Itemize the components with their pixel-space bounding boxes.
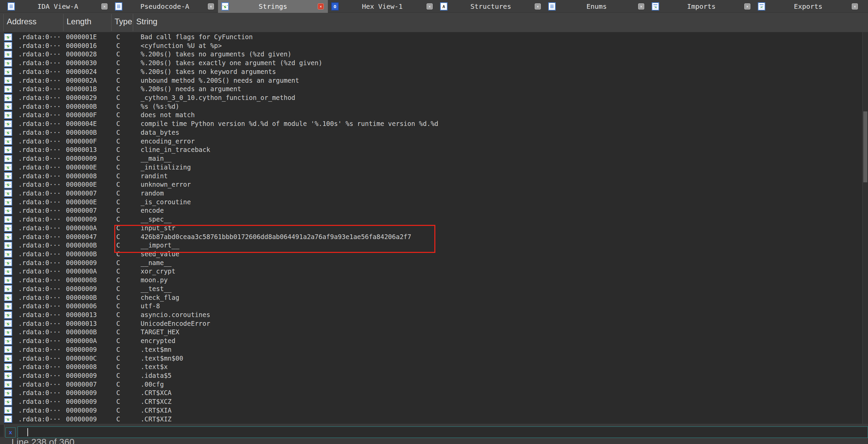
cell-length: 0000000F (66, 111, 97, 120)
tab-close-button[interactable]: × (852, 3, 858, 9)
table-row[interactable]: s.rdata:0···00000029C_cython_3_0_10.cyth… (0, 94, 868, 102)
command-line-input[interactable] (18, 426, 868, 438)
cell-type: C (116, 250, 120, 259)
cell-address: .rdata:0··· (18, 215, 61, 224)
table-row[interactable]: s.rdata:0···00000009C__name__ (0, 259, 868, 267)
tab-close-button[interactable]: × (427, 3, 433, 9)
cell-length: 00000007 (66, 380, 97, 389)
cell-string: _is_coroutine (141, 198, 191, 207)
table-row[interactable]: s.rdata:0···0000000BCseed_value (0, 250, 868, 259)
tab-structures[interactable]: AStructures× (437, 0, 545, 13)
cell-string: seed_value (141, 250, 179, 259)
table-row[interactable]: s.rdata:0···0000000BCcheck_flag (0, 293, 868, 302)
table-row[interactable]: s.rdata:0···0000000CC.text$mn$00 (0, 354, 868, 363)
cell-string: __import__ (141, 241, 179, 250)
string-item-icon: s (4, 216, 12, 223)
cell-string: __test__ (141, 285, 172, 293)
cell-length: 0000000E (66, 198, 97, 207)
column-header-string[interactable]: String (133, 14, 863, 31)
table-row[interactable]: s.rdata:0···0000000FCencoding_error (0, 137, 868, 146)
table-row[interactable]: s.rdata:0···00000008C.text$x (0, 363, 868, 371)
cell-length: 00000009 (66, 154, 97, 163)
tab-close-button[interactable]: × (638, 3, 644, 9)
table-row[interactable]: s.rdata:0···00000016C<cyfunction %U at %… (0, 42, 868, 50)
table-row[interactable]: s.rdata:0···0000000BC%s (%s:%d) (0, 102, 868, 111)
command-bar-notch (0, 425, 4, 437)
table-row[interactable]: s.rdata:0···00000024C%.200s() takes no k… (0, 68, 868, 76)
tab-close-button[interactable]: × (318, 3, 324, 9)
table-row[interactable]: s.rdata:0···00000007C.00cfg (0, 380, 868, 389)
table-row[interactable]: s.rdata:0···0000001BC%.200s() needs an a… (0, 85, 868, 94)
table-row[interactable]: s.rdata:0···00000009C__spec__ (0, 215, 868, 224)
string-item-icon: s (4, 207, 12, 214)
tab-strings[interactable]: sStrings× (218, 0, 328, 13)
tab-ida-view-a[interactable]: IDA View-A× (4, 0, 112, 13)
vertical-scrollbar[interactable] (862, 32, 868, 424)
column-header-address[interactable]: Address (3, 14, 63, 31)
table-row[interactable]: s.rdata:0···0000000BCdata_bytes (0, 128, 868, 137)
table-row[interactable]: s.rdata:0···00000030C%.200s() takes exac… (0, 59, 868, 68)
table-row[interactable]: s.rdata:0···00000007Cencode (0, 206, 868, 215)
cell-string: _initializing (141, 163, 191, 172)
tab-label: Enums (586, 2, 607, 10)
cell-length: 00000007 (66, 206, 97, 215)
cell-string: .00cfg (141, 380, 164, 389)
table-row[interactable]: s.rdata:0···00000009C.CRT$XCZ (0, 397, 868, 406)
table-row[interactable]: s.rdata:0···00000009C.idata$5 (0, 371, 868, 380)
table-row[interactable]: s.rdata:0···00000008Cmoon.py (0, 276, 868, 285)
cell-length: 00000047 (66, 233, 97, 241)
cell-string: asyncio.coroutines (141, 311, 210, 319)
table-row[interactable]: s.rdata:0···00000028C%.200s() takes no a… (0, 50, 868, 59)
column-header-type[interactable]: Type (111, 14, 133, 31)
cell-address: .rdata:0··· (18, 206, 61, 215)
cell-length: 0000000A (66, 267, 97, 276)
table-row[interactable]: s.rdata:0···00000013Casyncio.coroutines (0, 311, 868, 319)
cell-type: C (116, 345, 120, 354)
cell-address: .rdata:0··· (18, 311, 61, 319)
tab-hex-view-1[interactable]: OHex View-1× (328, 0, 437, 13)
cell-address: .rdata:0··· (18, 85, 61, 94)
scrollbar-thumb[interactable] (863, 111, 867, 182)
table-row[interactable]: s.rdata:0···00000047C426b87abd0ceaa3c587… (0, 233, 868, 241)
table-row[interactable]: s.rdata:0···0000004ECcompile time Python… (0, 120, 868, 128)
cell-length: 00000013 (66, 146, 97, 154)
table-row[interactable]: s.rdata:0···0000002ACunbound method %.20… (0, 76, 868, 85)
table-row[interactable]: s.rdata:0···0000000BCTARGET_HEX (0, 328, 868, 337)
table-row[interactable]: s.rdata:0···0000000ACencrypted (0, 337, 868, 345)
table-row[interactable]: s.rdata:0···00000009C.text$mn (0, 345, 868, 354)
table-row[interactable]: s.rdata:0···00000008Crandint (0, 172, 868, 181)
table-row[interactable]: s.rdata:0···00000013Ccline_in_traceback (0, 146, 868, 154)
tab-pseudocode-a[interactable]: Pseudocode-A× (112, 0, 218, 13)
table-row[interactable]: s.rdata:0···00000013CUnicodeEncodeError (0, 319, 868, 328)
tab-close-button[interactable]: × (535, 3, 541, 9)
table-row[interactable]: s.rdata:0···00000007Crandom (0, 189, 868, 198)
string-item-icon: s (4, 224, 12, 232)
table-row[interactable]: s.rdata:0···00000009C__main__ (0, 154, 868, 163)
table-row[interactable]: s.rdata:0···0000000EC_is_coroutine (0, 198, 868, 207)
table-row[interactable]: s.rdata:0···0000000EC_initializing (0, 163, 868, 172)
tab-exports[interactable]: ↗Exports× (754, 0, 862, 13)
tab-imports[interactable]: ↘Imports× (648, 0, 754, 13)
table-row[interactable]: s.rdata:0···00000006Cutf-8 (0, 302, 868, 311)
table-row[interactable]: s.rdata:0···0000000ECunknown_error (0, 180, 868, 189)
cell-string: __main__ (141, 154, 172, 163)
table-row[interactable]: s.rdata:0···00000009C.CRT$XCA (0, 389, 868, 397)
table-row[interactable]: s.rdata:0···00000009C.CRT$XIA (0, 406, 868, 415)
table-row[interactable]: s.rdata:0···0000000ACxor_crypt (0, 267, 868, 276)
table-row[interactable]: s.rdata:0···0000000BC__import__ (0, 241, 868, 250)
tab-enums[interactable]: Enums× (545, 0, 648, 13)
table-row[interactable]: s.rdata:0···00000009C__test__ (0, 285, 868, 293)
tab-close-button[interactable]: × (101, 3, 107, 9)
tab-close-button[interactable]: × (744, 3, 750, 9)
table-row[interactable]: s.rdata:0···0000001ECBad call flags for … (0, 33, 868, 42)
table-row[interactable]: s.rdata:0···00000009C.CRT$XIZ (0, 415, 868, 424)
string-item-icon: s (4, 59, 12, 67)
column-header-length[interactable]: Length (63, 14, 111, 31)
command-line-close-button[interactable]: x (5, 427, 16, 438)
string-item-icon: s (4, 398, 12, 406)
tab-close-button[interactable]: × (208, 3, 214, 9)
table-row[interactable]: s.rdata:0···0000000FCdoes not match (0, 111, 868, 120)
string-item-icon: s (4, 337, 12, 345)
table-row[interactable]: s.rdata:0···0000000ACinput_str (0, 224, 868, 233)
string-item-icon: s (4, 33, 12, 41)
